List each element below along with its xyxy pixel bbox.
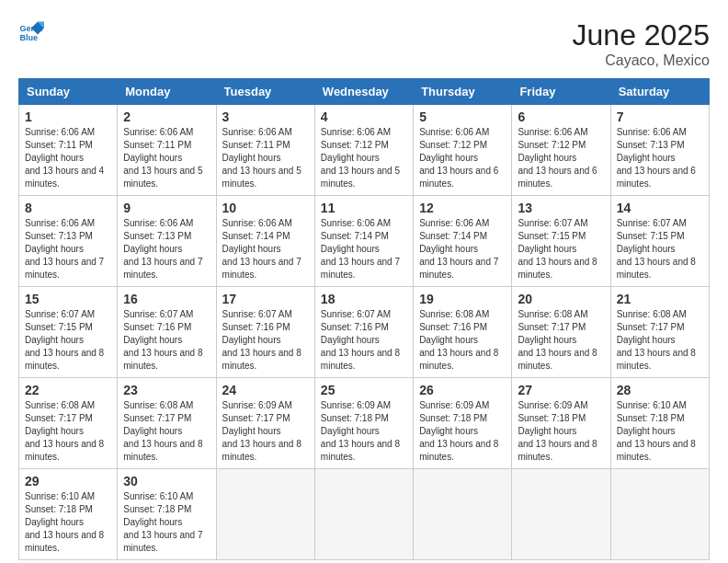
day-number: 13 <box>518 201 604 215</box>
daylight-duration: and 13 hours and 8 minutes. <box>518 257 597 280</box>
day-number: 18 <box>321 292 407 306</box>
day-number: 8 <box>25 201 111 215</box>
sunrise: Sunrise: 6:06 AM <box>123 218 193 228</box>
calendar-week-row: 1 Sunrise: 6:06 AM Sunset: 7:11 PM Dayli… <box>19 105 710 196</box>
day-number: 30 <box>123 474 210 488</box>
day-info: Sunrise: 6:07 AM Sunset: 7:16 PM Dayligh… <box>123 308 210 373</box>
daylight-duration: and 13 hours and 8 minutes. <box>518 439 597 462</box>
daylight-label: Daylight hours <box>617 426 676 436</box>
day-number: 9 <box>123 201 210 215</box>
table-row: 7 Sunrise: 6:06 AM Sunset: 7:13 PM Dayli… <box>610 105 709 196</box>
day-number: 25 <box>321 383 407 397</box>
col-saturday: Saturday <box>610 79 709 105</box>
sunrise: Sunrise: 6:07 AM <box>321 309 391 319</box>
day-number: 15 <box>25 292 111 306</box>
sunset: Sunset: 7:16 PM <box>123 322 191 332</box>
day-info: Sunrise: 6:09 AM Sunset: 7:18 PM Dayligh… <box>321 399 407 464</box>
day-info: Sunrise: 6:08 AM Sunset: 7:17 PM Dayligh… <box>617 308 703 373</box>
daylight-duration: and 13 hours and 4 minutes. <box>25 166 104 189</box>
sunrise: Sunrise: 6:06 AM <box>321 127 391 137</box>
day-number: 16 <box>123 292 210 306</box>
day-info: Sunrise: 6:06 AM Sunset: 7:14 PM Dayligh… <box>222 217 309 282</box>
table-row: 21 Sunrise: 6:08 AM Sunset: 7:17 PM Dayl… <box>610 287 709 378</box>
table-row: 4 Sunrise: 6:06 AM Sunset: 7:12 PM Dayli… <box>314 105 413 196</box>
table-row: 17 Sunrise: 6:07 AM Sunset: 7:16 PM Dayl… <box>216 287 314 378</box>
daylight-duration: and 13 hours and 8 minutes. <box>123 348 202 371</box>
day-number: 2 <box>123 109 210 124</box>
sunrise: Sunrise: 6:06 AM <box>518 127 587 137</box>
sunrise: Sunrise: 6:08 AM <box>419 309 489 319</box>
day-info: Sunrise: 6:06 AM Sunset: 7:14 PM Dayligh… <box>419 217 506 282</box>
daylight-duration: and 13 hours and 8 minutes. <box>123 439 202 462</box>
daylight-label: Daylight hours <box>518 244 576 254</box>
sunrise: Sunrise: 6:06 AM <box>222 127 292 137</box>
calendar-week-row: 15 Sunrise: 6:07 AM Sunset: 7:15 PM Dayl… <box>19 287 710 378</box>
day-number: 29 <box>25 474 111 488</box>
sunset: Sunset: 7:18 PM <box>321 413 389 423</box>
daylight-label: Daylight hours <box>25 153 84 163</box>
daylight-label: Daylight hours <box>617 335 676 345</box>
daylight-duration: and 13 hours and 8 minutes. <box>321 439 400 462</box>
table-row: 15 Sunrise: 6:07 AM Sunset: 7:15 PM Dayl… <box>19 287 118 378</box>
daylight-duration: and 13 hours and 8 minutes. <box>518 348 597 371</box>
sunrise: Sunrise: 6:06 AM <box>123 127 193 137</box>
sunset: Sunset: 7:16 PM <box>321 322 389 332</box>
day-info: Sunrise: 6:06 AM Sunset: 7:11 PM Dayligh… <box>222 126 309 190</box>
day-info: Sunrise: 6:06 AM Sunset: 7:11 PM Dayligh… <box>25 126 111 190</box>
calendar-header-row: Sunday Monday Tuesday Wednesday Thursday… <box>19 79 710 105</box>
table-row: 19 Sunrise: 6:08 AM Sunset: 7:16 PM Dayl… <box>414 287 512 378</box>
daylight-duration: and 13 hours and 6 minutes. <box>518 166 597 189</box>
sunrise: Sunrise: 6:07 AM <box>222 309 292 319</box>
daylight-label: Daylight hours <box>222 153 281 163</box>
col-monday: Monday <box>118 79 216 105</box>
daylight-label: Daylight hours <box>617 244 676 254</box>
day-info: Sunrise: 6:06 AM Sunset: 7:12 PM Dayligh… <box>518 126 604 190</box>
daylight-duration: and 13 hours and 6 minutes. <box>419 166 498 189</box>
daylight-duration: and 13 hours and 5 minutes. <box>123 166 202 189</box>
calendar-week-row: 22 Sunrise: 6:08 AM Sunset: 7:17 PM Dayl… <box>19 378 710 469</box>
calendar-week-row: 29 Sunrise: 6:10 AM Sunset: 7:18 PM Dayl… <box>19 469 710 560</box>
day-number: 6 <box>518 109 604 124</box>
sunset: Sunset: 7:14 PM <box>419 231 487 241</box>
page-header: General Blue June 2025 Cayaco, Mexico <box>18 18 710 69</box>
table-row: 16 Sunrise: 6:07 AM Sunset: 7:16 PM Dayl… <box>118 287 216 378</box>
daylight-label: Daylight hours <box>123 517 182 527</box>
day-number: 1 <box>25 109 111 124</box>
day-number: 12 <box>419 201 506 215</box>
table-row: 30 Sunrise: 6:10 AM Sunset: 7:18 PM Dayl… <box>118 469 216 560</box>
sunrise: Sunrise: 6:08 AM <box>617 309 687 319</box>
table-row: 24 Sunrise: 6:09 AM Sunset: 7:17 PM Dayl… <box>216 378 314 469</box>
day-info: Sunrise: 6:08 AM Sunset: 7:17 PM Dayligh… <box>518 308 604 373</box>
day-info: Sunrise: 6:06 AM Sunset: 7:13 PM Dayligh… <box>123 217 210 282</box>
day-number: 3 <box>222 109 309 124</box>
table-row: 12 Sunrise: 6:06 AM Sunset: 7:14 PM Dayl… <box>414 196 512 287</box>
sunrise: Sunrise: 6:07 AM <box>617 218 687 228</box>
table-row: 26 Sunrise: 6:09 AM Sunset: 7:18 PM Dayl… <box>414 378 512 469</box>
sunset: Sunset: 7:17 PM <box>222 413 290 423</box>
col-friday: Friday <box>512 79 610 105</box>
sunrise: Sunrise: 6:08 AM <box>25 400 95 410</box>
daylight-label: Daylight hours <box>321 335 380 345</box>
sunrise: Sunrise: 6:08 AM <box>518 309 587 319</box>
month-title: June 2025 <box>573 18 710 52</box>
daylight-duration: and 13 hours and 7 minutes. <box>123 257 202 280</box>
table-row: 3 Sunrise: 6:06 AM Sunset: 7:11 PM Dayli… <box>216 105 314 196</box>
sunrise: Sunrise: 6:09 AM <box>419 400 489 410</box>
table-row: 22 Sunrise: 6:08 AM Sunset: 7:17 PM Dayl… <box>19 378 118 469</box>
calendar-week-row: 8 Sunrise: 6:06 AM Sunset: 7:13 PM Dayli… <box>19 196 710 287</box>
sunset: Sunset: 7:16 PM <box>419 322 487 332</box>
table-row: 29 Sunrise: 6:10 AM Sunset: 7:18 PM Dayl… <box>19 469 118 560</box>
table-row: 2 Sunrise: 6:06 AM Sunset: 7:11 PM Dayli… <box>118 105 216 196</box>
daylight-duration: and 13 hours and 8 minutes. <box>617 439 696 462</box>
sunset: Sunset: 7:17 PM <box>123 413 191 423</box>
day-info: Sunrise: 6:08 AM Sunset: 7:16 PM Dayligh… <box>419 308 506 373</box>
day-info: Sunrise: 6:07 AM Sunset: 7:15 PM Dayligh… <box>617 217 703 282</box>
day-number: 26 <box>419 383 506 397</box>
sunset: Sunset: 7:18 PM <box>617 413 685 423</box>
sunset: Sunset: 7:15 PM <box>617 231 685 241</box>
daylight-duration: and 13 hours and 8 minutes. <box>222 348 301 371</box>
daylight-label: Daylight hours <box>321 426 380 436</box>
daylight-label: Daylight hours <box>123 426 182 436</box>
title-area: June 2025 Cayaco, Mexico <box>573 18 710 69</box>
table-row: 20 Sunrise: 6:08 AM Sunset: 7:17 PM Dayl… <box>512 287 610 378</box>
